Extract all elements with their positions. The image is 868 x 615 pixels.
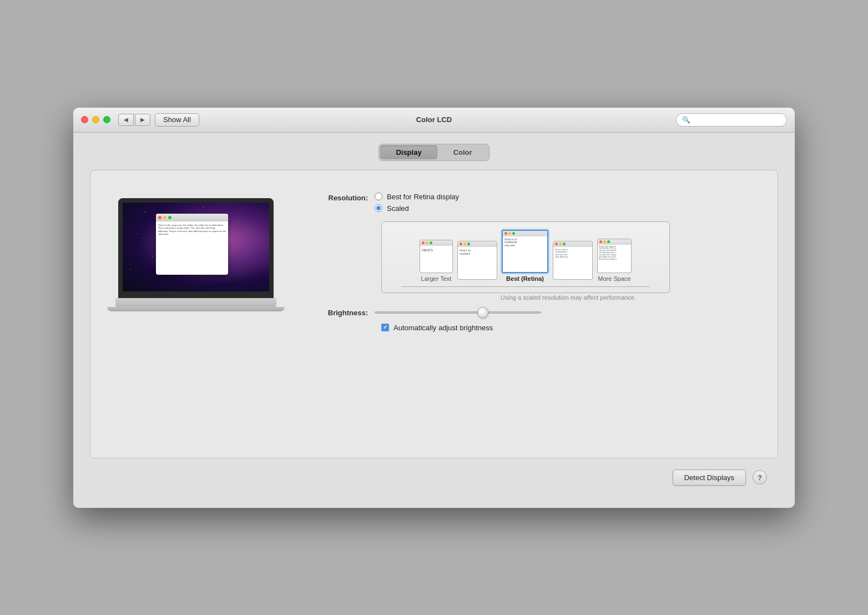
resolution-previews: Here's Larger Text Here's t xyxy=(420,230,632,282)
radio-scaled-circle xyxy=(375,204,382,212)
laptop-wallpaper: Here's to the crazy ones, the misfits, t… xyxy=(123,203,269,291)
tab-color[interactable]: Color xyxy=(438,145,488,159)
nav-buttons: ◀ ▶ xyxy=(118,114,150,126)
search-box[interactable]: 🔍 xyxy=(676,113,787,127)
res-preview-best-retina[interactable]: Here's to thtroublemakones who Best (Ret… xyxy=(502,230,548,282)
scaled-options-box: Here's Larger Text Here's t xyxy=(381,221,670,293)
laptop-screen: Here's to the crazy ones, the misfits, t… xyxy=(118,198,274,298)
tab-group: Display Color xyxy=(379,144,489,161)
preview-window-best: Here's to thtroublemakones who xyxy=(502,230,548,273)
brightness-slider[interactable] xyxy=(375,311,541,314)
preview-window-ms: Here's totroublem xyxy=(457,241,497,280)
radio-best-retina-label: Best for Retina display xyxy=(387,193,459,201)
auto-brightness-label: Automatically adjust brightness xyxy=(393,324,493,332)
brightness-thumb[interactable] xyxy=(477,307,488,318)
search-input[interactable] xyxy=(693,116,781,124)
laptop-base xyxy=(115,298,276,307)
resolution-row: Resolution: Best for Retina display Scal… xyxy=(312,193,755,213)
minimize-button[interactable] xyxy=(92,116,99,123)
window-title: Color LCD xyxy=(416,115,452,124)
tab-display[interactable]: Display xyxy=(380,145,437,159)
laptop-preview: Here's to the crazy ones, the misfits, t… xyxy=(113,187,290,311)
res-preview-medium-large[interactable]: Here's to the crtroublemakers.ones who s… xyxy=(553,241,593,282)
detect-displays-button[interactable]: Detect Displays xyxy=(673,470,746,486)
laptop-bottom xyxy=(107,307,285,311)
show-all-button[interactable]: Show All xyxy=(155,113,199,127)
main-panel: Here's to the crazy ones, the misfits, t… xyxy=(90,170,778,458)
res-preview-more-space[interactable]: Here's to the crazy onetroublemakers. Th… xyxy=(597,239,632,282)
forward-button[interactable]: ▶ xyxy=(135,114,150,126)
auto-brightness-checkbox[interactable] xyxy=(381,324,389,331)
settings-section: Resolution: Best for Retina display Scal… xyxy=(312,187,755,332)
resolution-options: Best for Retina display Scaled xyxy=(375,193,459,213)
laptop-window-preview: Here's to the crazy ones, the misfits, t… xyxy=(156,214,228,275)
scale-line xyxy=(401,286,650,287)
brightness-row: Brightness: xyxy=(312,309,755,317)
radio-best-retina-circle xyxy=(375,193,382,200)
help-button[interactable]: ? xyxy=(753,470,767,485)
brightness-slider-container xyxy=(375,311,541,314)
preview-window-larger: Here's xyxy=(420,240,453,273)
traffic-lights xyxy=(81,116,110,123)
perf-note: Using a scaled resolution may affect per… xyxy=(381,294,755,301)
scaled-options-container: Here's Larger Text Here's t xyxy=(381,221,755,301)
res-preview-larger-text[interactable]: Here's Larger Text xyxy=(420,240,453,282)
titlebar: ◀ ▶ Show All Color LCD 🔍 xyxy=(73,108,795,133)
close-button[interactable] xyxy=(81,116,88,123)
preview-window-ml: Here's to the crtroublemakers.ones who s… xyxy=(553,241,593,280)
bottom-bar: Detect Displays ? xyxy=(90,458,778,491)
auto-brightness-row[interactable]: Automatically adjust brightness xyxy=(381,324,755,332)
main-window: ◀ ▶ Show All Color LCD 🔍 Display Color xyxy=(73,108,795,508)
resolution-label: Resolution: xyxy=(312,193,368,202)
res-preview-medium-small[interactable]: Here's totroublem xyxy=(457,241,497,282)
preview-label-more: More Space xyxy=(598,275,630,282)
tabs-container: Display Color xyxy=(90,144,778,161)
preview-label-best: Best (Retina) xyxy=(506,275,544,282)
preview-label-larger: Larger Text xyxy=(421,275,452,282)
radio-scaled-label: Scaled xyxy=(387,204,409,213)
search-icon: 🔍 xyxy=(682,116,690,124)
back-button[interactable]: ◀ xyxy=(118,114,134,126)
preview-window-more: Here's to the crazy onetroublemakers. Th… xyxy=(597,239,632,273)
brightness-label: Brightness: xyxy=(312,309,368,317)
laptop-wrapper: Here's to the crazy ones, the misfits, t… xyxy=(118,198,285,311)
radio-best-retina[interactable]: Best for Retina display xyxy=(375,193,459,201)
radio-scaled[interactable]: Scaled xyxy=(375,204,459,213)
content-area: Display Color xyxy=(73,133,795,508)
maximize-button[interactable] xyxy=(103,116,110,123)
